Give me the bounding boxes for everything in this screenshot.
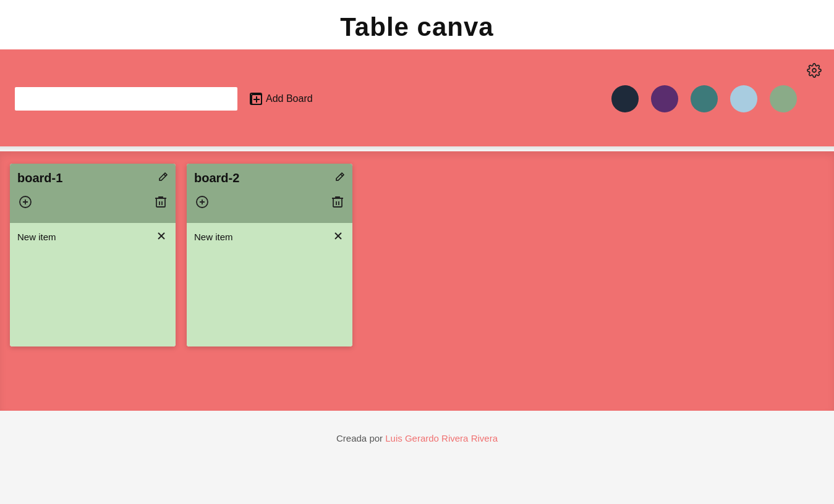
color-swatches [611,85,797,112]
footer-credit-text: Creada por [336,433,385,443]
board-1-item-0-text: New item [17,232,56,242]
canvas-area: board-1 [0,151,834,411]
page-title-section: Table canva [0,0,834,51]
add-board-icon [250,93,262,105]
board-2-title-row: board-2 [194,171,345,185]
footer: Creada por Luis Gerardo Rivera Rivera [0,411,834,458]
svg-line-13 [341,174,343,176]
svg-rect-8 [156,198,165,207]
board-card-1: board-1 [10,164,176,346]
board-1-delete-button[interactable] [153,194,168,213]
board-2-edit-button[interactable] [334,172,345,185]
board-1-edit-button[interactable] [157,172,168,185]
footer-author-link[interactable]: Luis Gerardo Rivera Rivera [385,433,498,443]
footer-author-name: Luis Gerardo Rivera Rivera [385,433,498,443]
board-1-items: New item [10,223,176,346]
board-2-add-item-button[interactable] [194,194,210,213]
color-swatch-dark-purple[interactable] [651,85,678,112]
board-2-header: board-2 [187,164,352,223]
toolbar-divider [0,146,834,151]
board-1-title: board-1 [17,171,62,185]
board-1-header: board-1 [10,164,176,223]
board-1-add-item-button[interactable] [17,194,33,213]
color-swatch-teal[interactable] [691,85,718,112]
board-1-item-0-close[interactable] [156,232,167,242]
settings-button[interactable] [807,63,822,82]
board-name-input[interactable] [15,87,237,111]
board-2-item-0-close[interactable] [333,232,344,242]
svg-point-3 [812,69,816,72]
add-board-button[interactable]: Add Board [250,93,313,105]
board-card-2: board-2 [187,164,352,346]
board-2-actions-row [194,194,345,218]
svg-line-4 [164,174,166,176]
board-2-items: New item [187,223,352,346]
color-swatch-light-blue[interactable] [730,85,757,112]
color-swatch-sage-green[interactable] [770,85,797,112]
toolbar: Add Board [0,51,834,146]
board-2-title: board-2 [194,171,239,185]
board-2-item-0: New item [193,229,346,245]
board-2-item-0-text: New item [194,232,233,242]
svg-rect-17 [333,198,342,207]
color-swatch-dark-navy[interactable] [611,85,639,112]
board-1-title-row: board-1 [17,171,168,185]
add-board-label: Add Board [266,93,313,104]
board-1-item-0: New item [16,229,169,245]
board-2-delete-button[interactable] [330,194,345,213]
page-title: Table canva [0,12,834,42]
board-1-actions-row [17,194,168,218]
